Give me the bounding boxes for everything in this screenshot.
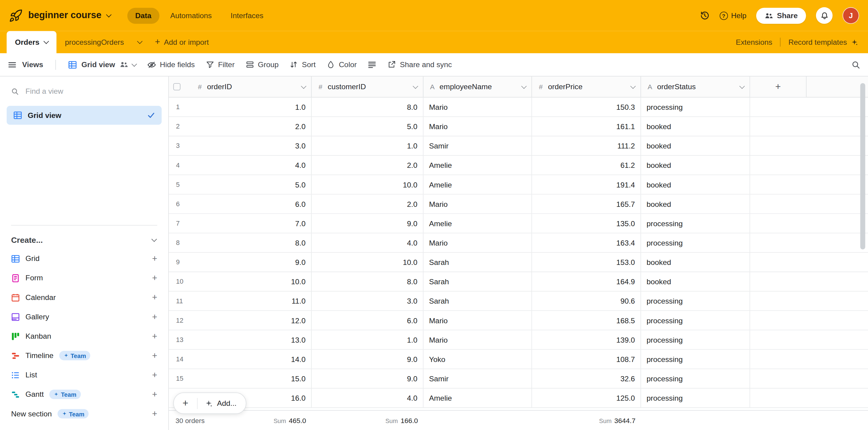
column-header-orderstatus[interactable]: A orderStatus [641, 77, 750, 97]
column-header-orderprice[interactable]: # orderPrice [532, 77, 641, 97]
color-button[interactable]: Color [327, 60, 357, 69]
nav-tab-automations[interactable]: Automations [162, 7, 220, 24]
cell[interactable]: 32.6 [532, 369, 641, 388]
chevron-down-icon[interactable] [521, 83, 527, 89]
cell[interactable]: 14.0 [200, 350, 312, 369]
cell[interactable]: 6.0 [200, 195, 312, 213]
table-row[interactable]: 15 15.0 9.0 Samir 32.6 processing [169, 369, 868, 389]
cell[interactable]: processing [641, 369, 750, 388]
table-row[interactable]: 9 9.0 10.0 Sarah 153.0 booked [169, 253, 868, 272]
add-view-button[interactable]: + [152, 274, 157, 282]
cell[interactable]: Sarah [424, 272, 532, 291]
cell[interactable]: Sarah [424, 291, 532, 310]
nav-tab-data[interactable]: Data [127, 7, 159, 24]
cell[interactable]: 3.0 [312, 291, 424, 310]
add-view-button[interactable]: + [152, 351, 157, 360]
table-row[interactable]: 6 6.0 2.0 Mario 165.7 booked [169, 195, 868, 214]
extensions-button[interactable]: Extensions [736, 38, 772, 46]
column-header-orderid[interactable]: # orderID [169, 77, 312, 97]
history-icon[interactable] [700, 10, 709, 21]
cell[interactable]: booked [641, 272, 750, 291]
chevron-down-icon[interactable] [301, 83, 306, 89]
cell[interactable]: 111.2 [532, 136, 641, 155]
cell[interactable]: 1.0 [312, 136, 424, 155]
table-row[interactable]: 2 2.0 5.0 Mario 161.1 booked [169, 117, 868, 136]
cell[interactable]: booked [641, 175, 750, 194]
table-list-dropdown[interactable] [132, 31, 147, 53]
cell[interactable]: Sarah [424, 253, 532, 271]
cell[interactable]: booked [641, 156, 750, 174]
cell[interactable]: 2.0 [200, 117, 312, 136]
sidebar-view-grid-view[interactable]: Grid view [7, 106, 162, 124]
record-templates-button[interactable]: Record templates [788, 38, 858, 46]
create-view-item-new-section[interactable]: New section Team + [11, 404, 157, 423]
cell[interactable]: 168.5 [532, 311, 641, 329]
cell[interactable]: Mario [424, 98, 532, 116]
create-view-item-kanban[interactable]: Kanban + [11, 326, 157, 346]
hide-fields-button[interactable]: Hide fields [147, 60, 195, 69]
cell[interactable]: 5.0 [200, 175, 312, 194]
cell[interactable]: 191.4 [532, 175, 641, 194]
cell[interactable]: Amelie [424, 175, 532, 194]
cell[interactable]: 9.0 [312, 350, 424, 369]
cell[interactable]: 164.9 [532, 272, 641, 291]
cell[interactable]: 150.3 [532, 98, 641, 116]
table-row[interactable]: 7 7.0 9.0 Amelie 135.0 processing [169, 214, 868, 233]
add-view-button[interactable]: + [152, 332, 157, 341]
cell[interactable]: processing [641, 311, 750, 329]
sum-customerid[interactable]: Sum 166.0 [385, 417, 418, 424]
cell[interactable]: 161.1 [532, 117, 641, 136]
cell[interactable]: 4.0 [200, 156, 312, 174]
add-record-button[interactable]: + [174, 397, 197, 409]
table-row[interactable]: 13 13.0 1.0 Mario 139.0 processing [169, 330, 868, 349]
sum-orderid[interactable]: Sum 465.0 [274, 417, 306, 424]
create-view-item-list[interactable]: List + [11, 365, 157, 385]
table-row[interactable]: 12 12.0 6.0 Mario 168.5 processing [169, 311, 868, 330]
cell[interactable]: 108.7 [532, 350, 641, 369]
views-toggle-button[interactable]: Views [8, 60, 43, 69]
sum-orderprice[interactable]: Sum 3644.7 [599, 417, 636, 424]
cell[interactable]: 4.0 [312, 233, 424, 252]
table-row[interactable]: 16 16.0 4.0 Amelie 125.0 processing [169, 389, 868, 408]
share-and-sync-button[interactable]: Share and sync [388, 60, 452, 69]
create-view-item-gallery[interactable]: Gallery + [11, 307, 157, 326]
sort-button[interactable]: Sort [290, 60, 316, 69]
table-row[interactable]: 10 10.0 8.0 Sarah 164.9 booked [169, 272, 868, 291]
table-tab-processing-orders[interactable]: processingOrders [57, 31, 132, 53]
cell[interactable]: 2.0 [312, 156, 424, 174]
table-tab-orders[interactable]: Orders [7, 31, 57, 53]
add-or-import-button[interactable]: + Add or import [147, 31, 217, 53]
chevron-down-icon[interactable] [630, 83, 636, 89]
cell[interactable]: processing [641, 350, 750, 369]
cell[interactable]: 9.0 [312, 214, 424, 233]
cell[interactable]: 7.0 [200, 214, 312, 233]
cell[interactable]: processing [641, 214, 750, 233]
chevron-down-icon[interactable] [739, 83, 745, 89]
group-button[interactable]: Group [246, 60, 279, 69]
current-view-button[interactable]: Grid view [68, 60, 136, 69]
cell[interactable]: 15.0 [200, 369, 312, 388]
column-header-employeename[interactable]: A employeeName [424, 77, 532, 97]
chevron-down-icon[interactable] [413, 83, 418, 89]
workspace-switcher[interactable]: beginner course [9, 8, 111, 22]
search-records-button[interactable] [851, 60, 860, 69]
cell[interactable]: 8.0 [200, 233, 312, 252]
add-view-button[interactable]: + [152, 312, 157, 321]
cell[interactable]: 139.0 [532, 330, 641, 349]
create-section-header[interactable]: Create... [11, 232, 157, 249]
cell[interactable]: Samir [424, 136, 532, 155]
filter-button[interactable]: Filter [206, 60, 235, 69]
user-avatar[interactable]: J [843, 7, 859, 24]
cell[interactable]: 135.0 [532, 214, 641, 233]
cell[interactable]: Amelie [424, 214, 532, 233]
cell[interactable]: 5.0 [312, 117, 424, 136]
cell[interactable]: 1.0 [200, 98, 312, 116]
create-view-item-gantt[interactable]: Gantt Team + [11, 385, 157, 404]
add-view-button[interactable]: + [152, 254, 157, 263]
cell[interactable]: Mario [424, 117, 532, 136]
table-row[interactable]: 4 4.0 2.0 Amelie 61.2 booked [169, 156, 868, 175]
row-height-button[interactable] [368, 60, 377, 69]
cell[interactable]: Mario [424, 233, 532, 252]
cell[interactable]: 12.0 [200, 311, 312, 329]
cell[interactable]: 13.0 [200, 330, 312, 349]
